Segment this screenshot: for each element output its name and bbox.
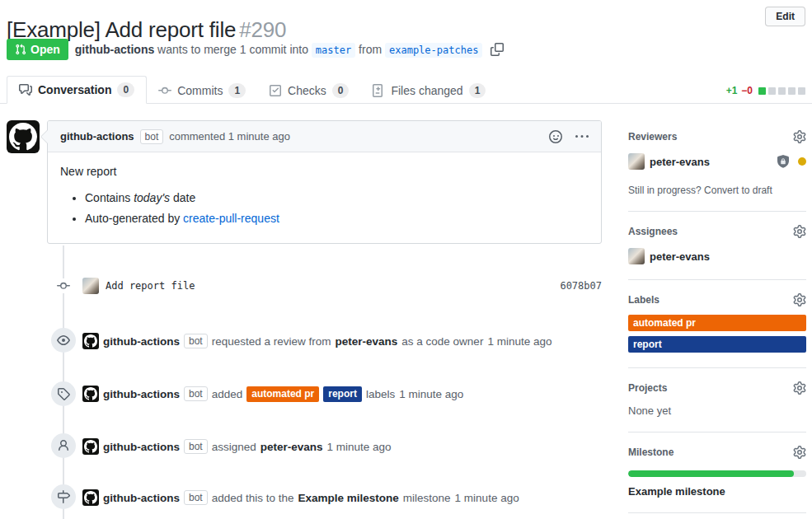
octocat-icon: [84, 440, 97, 453]
comment-author-link[interactable]: github-actions: [60, 130, 134, 143]
gear-icon[interactable]: [793, 293, 806, 306]
edit-button[interactable]: Edit: [765, 7, 805, 26]
bot-badge: bot: [140, 129, 164, 144]
bot-badge: bot: [184, 490, 208, 505]
comment-header-actions: [549, 130, 589, 143]
commit-sha-link[interactable]: 6078b07: [560, 280, 602, 292]
tab-label: Checks: [288, 84, 326, 97]
sidebar-section-milestone: Milestone Example milestone: [628, 432, 806, 513]
convert-to-draft-link[interactable]: Convert to draft: [704, 185, 772, 196]
labels-header[interactable]: Labels: [628, 293, 806, 306]
meta-sentence: github-actions wants to merge 1 commit i…: [75, 43, 483, 56]
tag-icon: [57, 387, 70, 400]
gear-icon[interactable]: [793, 225, 806, 238]
reviewer-row: peter-evans: [628, 153, 806, 170]
event-target-link[interactable]: peter-evans: [260, 441, 323, 453]
tab-commits[interactable]: Commits 1: [147, 78, 257, 103]
status-label: Open: [31, 43, 60, 56]
create-pull-request-link[interactable]: create-pull-request: [183, 212, 279, 225]
from-text: from: [359, 43, 382, 56]
comment-body: New report Contains today's date Auto-ge…: [48, 152, 601, 237]
reviewer-name-link[interactable]: peter-evans: [650, 156, 710, 168]
milestone-header[interactable]: Milestone: [628, 446, 806, 459]
octocat-icon: [84, 334, 97, 348]
gear-icon[interactable]: [793, 446, 806, 459]
event-actor-link[interactable]: github-actions: [103, 441, 180, 453]
tab-count: 1: [228, 83, 246, 98]
smiley-reaction-icon[interactable]: [549, 130, 562, 143]
github-actions-avatar[interactable]: [82, 438, 99, 455]
list-item: Auto-generated by create-pull-request: [85, 212, 589, 225]
comment-list: Contains today's date Auto-generated by …: [60, 191, 589, 225]
shield-lock-icon[interactable]: [777, 155, 790, 168]
merge-text: wants to merge 1 commit into: [157, 43, 308, 56]
sidebar-section-projects: Projects None yet: [628, 368, 806, 432]
event-timestamp[interactable]: 1 minute ago: [455, 492, 519, 504]
pull-request-page: [Example] Add report file#290 Edit Open …: [0, 0, 812, 519]
event-review-requested: github-actions bot requested a review fr…: [82, 332, 610, 350]
comment-timestamp[interactable]: commented 1 minute ago: [169, 130, 290, 143]
peter-evans-avatar[interactable]: [628, 153, 645, 170]
committer-avatar[interactable]: [82, 278, 99, 294]
label-automated-pr[interactable]: automated pr: [628, 315, 806, 331]
label-report[interactable]: report: [628, 336, 806, 353]
tab-conversation[interactable]: Conversation 0: [7, 76, 147, 104]
event-target-link[interactable]: Example milestone: [298, 492, 399, 504]
diffstat-block: [778, 87, 786, 95]
assignee-name-link[interactable]: peter-evans: [650, 250, 710, 263]
section-title: Milestone: [628, 447, 674, 458]
octocat-icon: [84, 491, 97, 504]
section-title: Assignees: [628, 226, 678, 237]
github-actions-avatar[interactable]: [82, 386, 99, 402]
reviewers-header[interactable]: Reviewers: [628, 130, 806, 143]
pull-request-icon: [15, 44, 26, 55]
gear-icon[interactable]: [793, 381, 806, 395]
tab-count: 1: [469, 83, 486, 98]
comment-discussion-icon: [19, 83, 32, 96]
tab-files-changed[interactable]: Files changed 1: [360, 78, 497, 103]
sidebar: Reviewers peter-evans Still in progress?…: [628, 130, 806, 513]
event-labels-added: github-actions bot added automated pr re…: [82, 385, 610, 403]
pending-review-dot: [798, 157, 806, 166]
kebab-menu-icon[interactable]: [575, 130, 589, 143]
assignee-row: peter-evans: [628, 248, 806, 264]
bot-badge: bot: [184, 439, 208, 454]
event-timestamp[interactable]: 1 minute ago: [399, 388, 463, 400]
event-actor-link[interactable]: github-actions: [103, 492, 180, 504]
github-actions-avatar[interactable]: [82, 489, 99, 506]
event-timestamp[interactable]: 1 minute ago: [487, 335, 552, 348]
bot-badge: bot: [184, 334, 208, 348]
timeline-badge: [51, 433, 76, 458]
head-branch-label[interactable]: example-patches: [385, 43, 482, 58]
section-title: Reviewers: [628, 131, 677, 143]
event-timestamp[interactable]: 1 minute ago: [327, 441, 392, 453]
milestone-progress-bar: [628, 470, 806, 477]
label-report[interactable]: report: [323, 386, 362, 402]
gear-icon[interactable]: [793, 130, 806, 143]
person-icon: [57, 439, 70, 452]
diffstat: +1 −0: [726, 78, 805, 103]
peter-evans-avatar[interactable]: [628, 248, 645, 264]
base-branch-label[interactable]: master: [312, 43, 355, 58]
event-text: added: [212, 388, 243, 400]
event-target-link[interactable]: peter-evans: [336, 335, 398, 348]
github-actions-avatar[interactable]: [82, 333, 99, 349]
commit-message-link[interactable]: Add report file: [106, 280, 195, 292]
copy-branch-icon[interactable]: [490, 43, 504, 56]
section-title: Labels: [628, 294, 659, 306]
github-actions-avatar[interactable]: [7, 120, 40, 153]
projects-header[interactable]: Projects: [628, 381, 806, 395]
status-badge: Open: [7, 39, 68, 60]
assignees-header[interactable]: Assignees: [628, 225, 806, 238]
label-automated-pr[interactable]: automated pr: [246, 386, 319, 402]
event-text: labels: [366, 388, 395, 400]
hint-text: Still in progress?: [628, 185, 702, 196]
diffstat-block: [788, 87, 796, 95]
list-item: Contains today's date: [85, 191, 589, 204]
pr-author-link[interactable]: github-actions: [75, 43, 154, 56]
milestone-name-link[interactable]: Example milestone: [628, 485, 806, 498]
tab-checks[interactable]: Checks 0: [257, 78, 360, 103]
tab-count: 0: [117, 82, 134, 97]
event-actor-link[interactable]: github-actions: [103, 388, 180, 400]
event-actor-link[interactable]: github-actions: [103, 335, 180, 348]
